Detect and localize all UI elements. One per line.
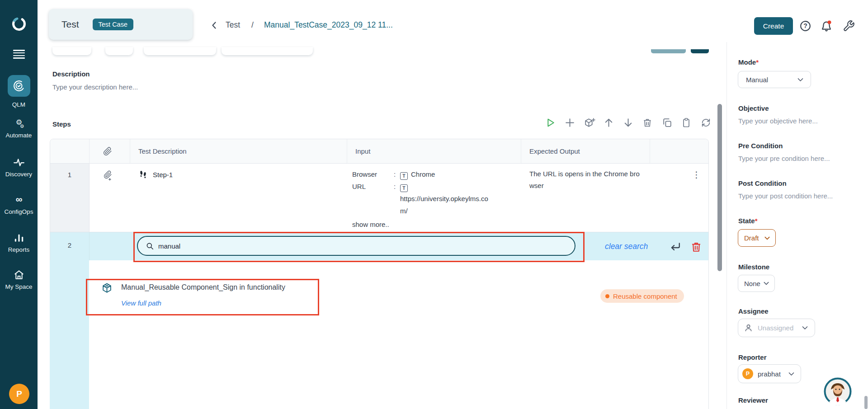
sidebar-item-configops[interactable]: ∞ ConfigOps (0, 194, 38, 215)
panel-scrollbar-thumb[interactable] (864, 396, 868, 409)
confirm-search-button[interactable] (669, 240, 682, 253)
move-step-down-button[interactable] (623, 117, 634, 128)
input-field-url: URL : T https://university.opkeylms.com/ (352, 180, 521, 217)
refresh-steps-button[interactable] (700, 117, 712, 128)
duplicate-step-button[interactable] (661, 117, 673, 128)
step-1-number: 1 (50, 164, 90, 232)
cube-plus-icon (584, 117, 596, 128)
settings-button[interactable] (843, 20, 855, 32)
badge-dot (605, 294, 609, 298)
chevron-down-icon (797, 76, 804, 84)
user-avatar[interactable]: P (9, 384, 29, 404)
assistant-mascot-avatar[interactable] (824, 377, 852, 405)
footsteps-icon (138, 170, 148, 180)
arrow-up-icon (603, 117, 614, 128)
qlm-target-check-icon (13, 80, 25, 92)
assignee-dropdown[interactable]: Unassigned (738, 319, 815, 337)
left-navigation-rail: QLM ⚙ ⚙ Automate Discovery ∞ ConfigOps (0, 0, 38, 409)
sidebar-item-automate[interactable]: ⚙ ⚙ Automate (0, 118, 38, 139)
reporter-dropdown[interactable]: P prabhat (738, 364, 801, 383)
reporter-avatar: P (742, 368, 753, 379)
description-placeholder[interactable]: Type your description here... (52, 83, 138, 91)
reviewer-label: Reviewer (738, 396, 768, 404)
opkey-logo-icon[interactable] (10, 15, 28, 33)
clear-search-link[interactable]: clear search (605, 242, 648, 251)
sidebar-item-qlm-label: QLM (0, 99, 38, 108)
clipboard-icon (681, 117, 692, 128)
step-1-description-cell[interactable]: Step-1 (130, 164, 347, 232)
trash-red-icon (690, 241, 702, 253)
mode-dropdown[interactable]: Manual (738, 71, 811, 88)
column-input: Input (347, 139, 521, 163)
paperclip-plus-icon (103, 170, 113, 181)
add-reusable-component-button[interactable] (584, 117, 595, 128)
description-label: Description (52, 70, 90, 78)
tag-chip-cutoff[interactable] (144, 47, 216, 55)
reusable-component-badge: Reusable component (600, 289, 684, 303)
copy-icon (661, 117, 673, 128)
chevron-down-icon (763, 280, 770, 287)
step-2-number: 2 (50, 232, 90, 261)
step-1-more-actions-button[interactable]: ⋮ (692, 170, 701, 180)
post-condition-label: Post Condition (738, 179, 787, 187)
column-attachment (90, 139, 130, 163)
person-icon (744, 323, 753, 333)
paperclip-icon (103, 147, 112, 156)
milestone-dropdown[interactable]: None (738, 275, 775, 292)
objective-placeholder[interactable]: Type your objective here... (738, 117, 818, 125)
column-expected-output: Expected Output (521, 139, 650, 163)
steps-table-header: Test Description Input Expected Output (50, 139, 708, 163)
sidebar-item-qlm[interactable] (8, 75, 30, 97)
column-actions (650, 139, 708, 163)
step-1-input-cell[interactable]: Browser : TChrome URL : T https://univer… (347, 164, 521, 232)
tag-chip-cutoff[interactable] (52, 47, 91, 55)
add-step-button[interactable] (564, 117, 576, 128)
assignee-label: Assignee (738, 307, 769, 315)
post-condition-placeholder[interactable]: Type your post condition here... (738, 192, 833, 200)
step-1-expected-output[interactable]: The URL is opens in the Chrome browser (521, 164, 650, 232)
sidebar-item-discovery[interactable]: Discovery (0, 156, 38, 178)
breadcrumb-parent[interactable]: Test (226, 20, 240, 30)
attach-file-button[interactable] (103, 170, 114, 181)
create-button[interactable]: Create (754, 17, 793, 35)
notifications-button[interactable] (820, 20, 833, 33)
svg-text:∞: ∞ (15, 194, 22, 204)
play-icon (545, 117, 556, 128)
move-step-up-button[interactable] (603, 117, 614, 128)
step-row-1[interactable]: 1 Step-1 (50, 163, 708, 232)
steps-label: Steps (52, 120, 71, 128)
run-steps-button[interactable] (545, 117, 556, 128)
state-dropdown[interactable]: Draft (738, 229, 776, 247)
help-button[interactable]: ? (799, 20, 811, 32)
entity-title: Test (61, 19, 79, 30)
tag-chip-cutoff[interactable] (105, 47, 133, 55)
pre-condition-placeholder[interactable]: Type your pre condition here... (738, 155, 830, 162)
help-icon: ? (799, 20, 811, 32)
entity-type-badge: Test Case (93, 19, 133, 30)
enter-key-icon (669, 240, 682, 253)
menu-hamburger-icon[interactable] (13, 50, 25, 60)
details-panel-divider (726, 42, 727, 409)
refresh-icon (700, 117, 712, 128)
sidebar-item-reports[interactable]: Reports (0, 232, 38, 253)
arrow-down-icon (623, 117, 634, 128)
chevron-down-icon (801, 324, 809, 332)
test-case-editor-page: QLM ⚙ ⚙ Automate Discovery ∞ ConfigOps (0, 0, 868, 409)
milestone-label: Milestone (738, 263, 769, 271)
pulse-icon (13, 156, 25, 168)
delete-step-button[interactable] (642, 117, 653, 128)
pre-condition-label: Pre Condition (738, 142, 783, 150)
trash-icon (642, 117, 653, 128)
paste-step-button[interactable] (681, 117, 692, 128)
action-button-cutoff[interactable] (651, 49, 686, 53)
breadcrumb-back-button[interactable] (209, 20, 220, 31)
state-label: State* (738, 217, 758, 225)
action-button-cutoff[interactable] (691, 49, 709, 53)
sidebar-item-my-space[interactable]: My Space (0, 269, 38, 290)
input-field-browser: Browser : TChrome (352, 168, 521, 180)
show-more-link[interactable]: show more.. (352, 218, 521, 230)
main-scrollbar-thumb[interactable] (717, 104, 722, 271)
column-test-description: Test Description (130, 139, 347, 163)
delete-step-2-button[interactable] (690, 241, 702, 253)
tag-chip-cutoff[interactable] (222, 47, 313, 55)
